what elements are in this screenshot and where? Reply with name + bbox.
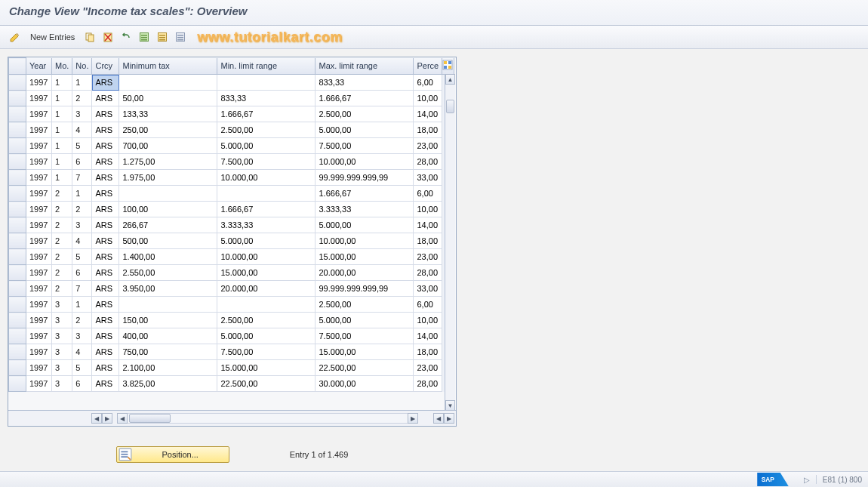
undo-icon[interactable] bbox=[119, 29, 134, 45]
cell-min-limit[interactable] bbox=[217, 75, 315, 91]
cell-percent[interactable]: 18,00 bbox=[414, 233, 442, 249]
cell-year[interactable]: 1997 bbox=[26, 154, 52, 170]
cell-no[interactable]: 2 bbox=[72, 313, 92, 328]
cell-crcy[interactable]: ARS bbox=[92, 138, 119, 154]
scroll-right-end-left-button[interactable]: ◀ bbox=[433, 413, 444, 424]
cell-min-limit[interactable]: 10.000,00 bbox=[217, 249, 315, 265]
cell-percent[interactable]: 6,00 bbox=[414, 186, 442, 202]
cell-crcy[interactable]: ARS bbox=[92, 106, 119, 122]
table-row[interactable]: 199735ARS2.100,0015.000,0022.500,0023,00 bbox=[9, 360, 454, 376]
table-row[interactable]: 199731ARS2.500,006,00 bbox=[9, 297, 454, 313]
cell-min-limit[interactable]: 5.000,00 bbox=[217, 233, 315, 249]
cell-crcy[interactable]: ARS bbox=[92, 360, 119, 376]
cell-max-limit[interactable]: 99.999.999.999,99 bbox=[315, 281, 414, 297]
select-block-icon[interactable] bbox=[155, 29, 170, 45]
col-year[interactable]: Year bbox=[26, 58, 52, 75]
table-row[interactable]: 199725ARS1.400,0010.000,0015.000,0023,00 bbox=[9, 249, 454, 265]
table-row[interactable]: 199726ARS2.550,0015.000,0020.000,0028,00 bbox=[9, 265, 454, 281]
scroll-left-button[interactable]: ◀ bbox=[117, 413, 128, 424]
cell-percent[interactable]: 14,00 bbox=[414, 328, 442, 344]
cell-max-limit[interactable]: 5.000,00 bbox=[315, 217, 414, 233]
cell-no[interactable]: 3 bbox=[72, 217, 92, 233]
scroll-up-button[interactable]: ▲ bbox=[445, 74, 455, 85]
cell-min-limit[interactable]: 5.000,00 bbox=[217, 138, 315, 154]
cell-min-limit[interactable]: 2.500,00 bbox=[217, 122, 315, 138]
cell-min-limit[interactable]: 15.000,00 bbox=[217, 265, 315, 281]
copy-icon[interactable] bbox=[82, 29, 97, 45]
cell-year[interactable]: 1997 bbox=[26, 328, 52, 344]
cell-min-tax[interactable]: 1.400,00 bbox=[119, 249, 217, 265]
table-row[interactable]: 199734ARS750,007.500,0015.000,0018,00 bbox=[9, 344, 454, 360]
edit-icon[interactable] bbox=[8, 29, 23, 45]
cell-percent[interactable]: 23,00 bbox=[414, 138, 442, 154]
cell-min-tax[interactable]: 700,00 bbox=[119, 138, 217, 154]
cell-no[interactable]: 1 bbox=[72, 75, 92, 91]
cell-percent[interactable]: 28,00 bbox=[414, 376, 442, 392]
cell-crcy[interactable]: ARS bbox=[92, 249, 119, 265]
cell-year[interactable]: 1997 bbox=[26, 170, 52, 186]
row-handle[interactable] bbox=[9, 281, 26, 297]
hscroll-thumb[interactable] bbox=[129, 414, 171, 423]
cell-crcy[interactable]: ARS bbox=[92, 122, 119, 138]
cell-min-limit[interactable]: 7.500,00 bbox=[217, 154, 315, 170]
cell-year[interactable]: 1997 bbox=[26, 344, 52, 360]
cell-min-tax[interactable]: 2.100,00 bbox=[119, 360, 217, 376]
row-handle[interactable] bbox=[9, 249, 26, 265]
cell-year[interactable]: 1997 bbox=[26, 376, 52, 392]
cell-no[interactable]: 2 bbox=[72, 202, 92, 217]
row-handle[interactable] bbox=[9, 233, 26, 249]
cell-max-limit[interactable]: 15.000,00 bbox=[315, 249, 414, 265]
cell-month[interactable]: 3 bbox=[52, 297, 72, 313]
cell-percent[interactable]: 33,00 bbox=[414, 281, 442, 297]
cell-percent[interactable]: 18,00 bbox=[414, 122, 442, 138]
row-handle[interactable] bbox=[9, 170, 26, 186]
cell-no[interactable]: 7 bbox=[72, 281, 92, 297]
cell-min-limit[interactable]: 20.000,00 bbox=[217, 281, 315, 297]
cell-min-tax[interactable]: 3.950,00 bbox=[119, 281, 217, 297]
cell-crcy[interactable]: ARS bbox=[92, 154, 119, 170]
delete-icon[interactable] bbox=[100, 29, 115, 45]
cell-month[interactable]: 2 bbox=[52, 281, 72, 297]
table-row[interactable]: 199721ARS1.666,676,00 bbox=[9, 186, 454, 202]
cell-year[interactable]: 1997 bbox=[26, 360, 52, 376]
cell-min-limit[interactable] bbox=[217, 297, 315, 313]
cell-max-limit[interactable]: 20.000,00 bbox=[315, 265, 414, 281]
scroll-right-button[interactable]: ▶ bbox=[408, 413, 418, 424]
data-grid[interactable]: Year Mo. No. Crcy Minimum tax Min. limit… bbox=[8, 57, 454, 392]
cell-year[interactable]: 1997 bbox=[26, 202, 52, 217]
select-all-handle[interactable] bbox=[9, 58, 26, 75]
cell-percent[interactable]: 14,00 bbox=[414, 217, 442, 233]
cell-year[interactable]: 1997 bbox=[26, 122, 52, 138]
cell-no[interactable]: 3 bbox=[72, 328, 92, 344]
cell-no[interactable]: 4 bbox=[72, 122, 92, 138]
row-handle[interactable] bbox=[9, 313, 26, 328]
cell-min-limit[interactable] bbox=[217, 186, 315, 202]
cell-min-limit[interactable]: 22.500,00 bbox=[217, 376, 315, 392]
cell-month[interactable]: 3 bbox=[52, 313, 72, 328]
cell-month[interactable]: 2 bbox=[52, 217, 72, 233]
cell-month[interactable]: 2 bbox=[52, 186, 72, 202]
cell-month[interactable]: 2 bbox=[52, 233, 72, 249]
row-handle[interactable] bbox=[9, 202, 26, 217]
cell-percent[interactable]: 6,00 bbox=[414, 297, 442, 313]
row-handle[interactable] bbox=[9, 75, 26, 91]
cell-crcy[interactable]: ARS bbox=[92, 281, 119, 297]
cell-min-tax[interactable]: 250,00 bbox=[119, 122, 217, 138]
cell-month[interactable]: 2 bbox=[52, 265, 72, 281]
cell-percent[interactable]: 28,00 bbox=[414, 265, 442, 281]
col-month[interactable]: Mo. bbox=[52, 58, 72, 75]
cell-min-tax[interactable]: 266,67 bbox=[119, 217, 217, 233]
cell-no[interactable]: 1 bbox=[72, 297, 92, 313]
cell-min-limit[interactable]: 833,33 bbox=[217, 91, 315, 106]
cell-percent[interactable]: 18,00 bbox=[414, 344, 442, 360]
cell-min-tax[interactable]: 3.825,00 bbox=[119, 376, 217, 392]
fixed-scroll-right-button[interactable]: ▶ bbox=[102, 413, 112, 424]
cell-max-limit[interactable]: 2.500,00 bbox=[315, 297, 414, 313]
row-handle[interactable] bbox=[9, 265, 26, 281]
row-handle[interactable] bbox=[9, 91, 26, 106]
cell-max-limit[interactable]: 15.000,00 bbox=[315, 344, 414, 360]
cell-max-limit[interactable]: 5.000,00 bbox=[315, 313, 414, 328]
cell-max-limit[interactable]: 833,33 bbox=[315, 75, 414, 91]
cell-no[interactable]: 6 bbox=[72, 376, 92, 392]
row-handle[interactable] bbox=[9, 186, 26, 202]
